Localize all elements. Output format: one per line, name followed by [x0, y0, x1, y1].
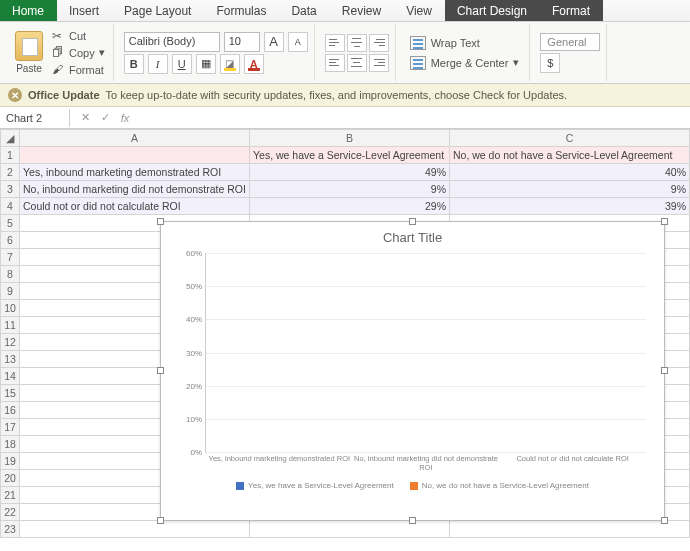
resize-handle[interactable] [661, 517, 668, 524]
align-buttons [325, 34, 389, 72]
row-header[interactable]: 17 [1, 419, 20, 436]
update-msg: To keep up-to-date with security updates… [106, 89, 568, 101]
copy-button[interactable]: Copy ▾ [50, 45, 107, 60]
align-left-button[interactable] [325, 54, 345, 72]
copy-icon [52, 46, 65, 59]
font-color-button[interactable] [244, 54, 264, 74]
row-header[interactable]: 5 [1, 215, 20, 232]
font-size-select[interactable]: 10 [224, 32, 260, 52]
align-center-button[interactable] [347, 54, 367, 72]
chart-legend[interactable]: Yes, we have a Service-Level AgreementNo… [161, 481, 664, 490]
fx-icon[interactable]: fx [118, 112, 132, 124]
row-header[interactable]: 16 [1, 402, 20, 419]
cell[interactable] [20, 147, 250, 164]
number-format-select[interactable]: General [540, 33, 600, 51]
ribbon: Paste Cut Copy ▾ Format Calibri (Body) 1… [0, 22, 690, 84]
cancel-formula-icon[interactable]: ✕ [78, 111, 92, 124]
info-icon: ✕ [8, 88, 22, 102]
resize-handle[interactable] [661, 218, 668, 225]
paste-button[interactable]: Paste [10, 31, 48, 74]
office-update-bar: ✕ Office Update To keep up-to-date with … [0, 84, 690, 107]
worksheet[interactable]: ◢ A B C 1 Yes, we have a Service-Level A… [0, 129, 690, 538]
resize-handle[interactable] [157, 367, 164, 374]
row-header[interactable]: 7 [1, 249, 20, 266]
tab-data[interactable]: Data [279, 0, 329, 21]
align-right-button[interactable] [369, 54, 389, 72]
row-header[interactable]: 23 [1, 521, 20, 538]
fill-color-button[interactable] [220, 54, 240, 74]
cell[interactable]: 49% [250, 164, 450, 181]
wrap-text-button[interactable]: Wrap Text [406, 34, 524, 52]
tab-insert[interactable]: Insert [57, 0, 112, 21]
bold-button[interactable]: B [124, 54, 144, 74]
row-header[interactable]: 1 [1, 147, 20, 164]
cell[interactable]: Could not or did not calculate ROI [20, 198, 250, 215]
merge-icon [410, 56, 426, 70]
font-name-select[interactable]: Calibri (Body) [124, 32, 220, 52]
currency-button[interactable] [540, 53, 560, 73]
row-header[interactable]: 6 [1, 232, 20, 249]
italic-button[interactable]: I [148, 54, 168, 74]
increase-font-button[interactable] [264, 32, 284, 52]
row-header[interactable]: 4 [1, 198, 20, 215]
row-header[interactable]: 9 [1, 283, 20, 300]
format-painter-button[interactable]: Format [50, 62, 107, 77]
row-header[interactable]: 21 [1, 487, 20, 504]
row-header[interactable]: 3 [1, 181, 20, 198]
tab-formulas[interactable]: Formulas [204, 0, 279, 21]
row-header[interactable]: 2 [1, 164, 20, 181]
cell[interactable]: 9% [450, 181, 690, 198]
col-header-B[interactable]: B [250, 130, 450, 147]
chart-plot-area[interactable]: 0%10%20%30%40%50%60%Yes, inbound marketi… [205, 253, 646, 453]
name-box[interactable]: Chart 2 [0, 109, 70, 127]
cell[interactable]: 29% [250, 198, 450, 215]
cell[interactable]: No, inbound marketing did not demonstrat… [20, 181, 250, 198]
resize-handle[interactable] [661, 367, 668, 374]
accept-formula-icon[interactable]: ✓ [98, 111, 112, 124]
wrap-icon [410, 36, 426, 50]
row-header[interactable]: 19 [1, 453, 20, 470]
chart-object[interactable]: Chart Title 0%10%20%30%40%50%60%Yes, inb… [160, 221, 665, 521]
cell[interactable]: Yes, inbound marketing demonstrated ROI [20, 164, 250, 181]
align-top-button[interactable] [325, 34, 345, 52]
row-header[interactable]: 14 [1, 368, 20, 385]
chart-title[interactable]: Chart Title [161, 222, 664, 249]
decrease-font-button[interactable] [288, 32, 308, 52]
col-header-A[interactable]: A [20, 130, 250, 147]
col-header-C[interactable]: C [450, 130, 690, 147]
formula-input[interactable] [140, 115, 690, 121]
row-header[interactable]: 8 [1, 266, 20, 283]
row-header[interactable]: 22 [1, 504, 20, 521]
tab-chart-design[interactable]: Chart Design [445, 0, 540, 21]
cell[interactable]: 9% [250, 181, 450, 198]
tab-view[interactable]: View [394, 0, 445, 21]
row-header[interactable]: 13 [1, 351, 20, 368]
cell[interactable]: Yes, we have a Service-Level Agreement [250, 147, 450, 164]
tab-page-layout[interactable]: Page Layout [112, 0, 204, 21]
align-middle-button[interactable] [347, 34, 367, 52]
resize-handle[interactable] [409, 517, 416, 524]
tab-format[interactable]: Format [540, 0, 603, 21]
resize-handle[interactable] [157, 517, 164, 524]
row-header[interactable]: 18 [1, 436, 20, 453]
resize-handle[interactable] [157, 218, 164, 225]
tab-home[interactable]: Home [0, 0, 57, 21]
brush-icon [52, 63, 65, 76]
update-title: Office Update [28, 89, 100, 101]
row-header[interactable]: 20 [1, 470, 20, 487]
cell[interactable]: No, we do not have a Service-Level Agree… [450, 147, 690, 164]
underline-button[interactable]: U [172, 54, 192, 74]
tab-review[interactable]: Review [330, 0, 394, 21]
row-header[interactable]: 15 [1, 385, 20, 402]
row-header[interactable]: 12 [1, 334, 20, 351]
row-header[interactable]: 10 [1, 300, 20, 317]
resize-handle[interactable] [409, 218, 416, 225]
align-bottom-button[interactable] [369, 34, 389, 52]
cut-button[interactable]: Cut [50, 28, 107, 43]
border-button[interactable]: ▦ [196, 54, 216, 74]
merge-center-button[interactable]: Merge & Center ▾ [406, 54, 524, 72]
select-all-corner[interactable]: ◢ [1, 130, 20, 147]
cell[interactable]: 40% [450, 164, 690, 181]
row-header[interactable]: 11 [1, 317, 20, 334]
cell[interactable]: 39% [450, 198, 690, 215]
